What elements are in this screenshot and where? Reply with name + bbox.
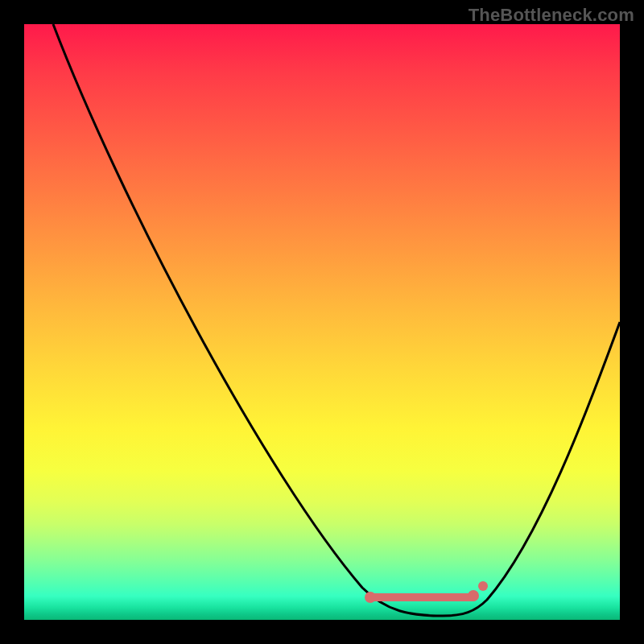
chart-area [24,24,620,620]
optimal-zone-left-dot [365,592,376,603]
chart-curve-svg [24,24,620,620]
watermark-text: TheBottleneck.com [469,5,634,26]
optimal-zone-right-dot [468,590,479,601]
optimal-zone-right-upper-dot [478,581,488,591]
bottleneck-curve [53,24,620,616]
